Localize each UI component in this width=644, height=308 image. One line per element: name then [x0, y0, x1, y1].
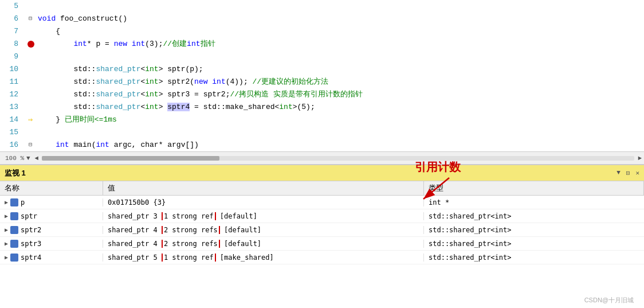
code-token: int [56, 141, 69, 149]
variable-name: sptr4 [21, 254, 41, 262]
code-token: //创建 [163, 40, 187, 48]
code-line: 13 std::shared_ptr<int> sptr4 = std::mak… [0, 101, 644, 114]
code-line: 5 [0, 0, 644, 13]
line-number: 15 [0, 126, 23, 139]
watch-cell-name: ▶◆p [0, 198, 103, 206]
col-header-value: 值 [103, 181, 424, 195]
code-token: //拷贝构造 实质是带有引用计数的指针 [230, 90, 362, 99]
ref-count-boxed: 1 strong ref [162, 212, 216, 220]
code-line: 15 [0, 126, 644, 139]
line-number: 6 [0, 13, 23, 25]
watch-rows: ▶◆p0x017150b0 {3}int *▶◆sptrshared_ptr 3… [0, 196, 644, 308]
variable-name: sptr3 [21, 240, 41, 248]
watch-cell-type: std::shared_ptr<int> [424, 254, 644, 262]
current-line-arrow: ⇒ [28, 114, 33, 126]
breakpoint-icon [28, 41, 34, 48]
code-token: shared_ptr [96, 65, 140, 73]
scroll-left-btn[interactable]: ◄ [35, 155, 39, 162]
watch-row[interactable]: ▶◆sptr4shared_ptr 5 1 strong ref [make_s… [0, 251, 644, 264]
watch-close-btn[interactable]: ✕ [635, 169, 639, 177]
watch-cell-name: ▶◆sptr [0, 212, 103, 220]
code-content: std::shared_ptr<int> sptr2(new int(4)); … [36, 76, 644, 88]
variable-icon: ◆ [10, 212, 18, 220]
scroll-right-btn[interactable]: ► [638, 155, 642, 162]
code-token: new [114, 40, 127, 48]
watermark: CSDN@十月旧城 [584, 296, 634, 305]
watch-cell-value: 0x017150b0 {3} [103, 198, 424, 206]
watch-row[interactable]: ▶◆p0x017150b0 {3}int * [0, 196, 644, 209]
ref-count-boxed: 2 strong refs [162, 240, 220, 248]
collapse-icon[interactable]: ⊟ [29, 139, 32, 151]
line-number: 10 [0, 63, 23, 76]
expand-arrow-icon[interactable]: ▶ [5, 213, 8, 219]
code-line: 9 [0, 50, 644, 63]
code-content: std::shared_ptr<int> sptr(p); [36, 63, 644, 76]
watch-cell-name: ▶◆sptr2 [0, 226, 103, 234]
watch-pin-btn[interactable]: ▼ [616, 169, 621, 177]
watch-dock-btn[interactable]: ⊡ [626, 169, 630, 177]
code-line: 14⇒ } 已用时间<=1ms [0, 114, 644, 126]
line-number: 9 [0, 50, 23, 63]
expand-arrow-icon[interactable]: ▶ [5, 227, 8, 233]
line-number: 11 [0, 76, 23, 88]
code-content: } 已用时间<=1ms [36, 114, 644, 126]
code-content: int main(int argc, char* argv[]) [36, 139, 644, 151]
col-header-name: 名称 [0, 181, 103, 195]
watch-cell-value: shared_ptr 4 2 strong refs [default] [103, 240, 424, 248]
code-line: 7 { [0, 25, 644, 38]
code-token: 已用时间<=1ms [65, 115, 117, 124]
expand-arrow-icon[interactable]: ▶ [5, 199, 8, 205]
watch-cell-value: shared_ptr 3 1 strong ref [default] [103, 212, 424, 220]
code-line: 11 std::shared_ptr<int> sptr2(new int(4)… [0, 76, 644, 88]
code-line: 12 std::shared_ptr<int> sptr3 = sptr2;//… [0, 88, 644, 101]
code-token: int [145, 77, 158, 86]
variable-icon: ◆ [10, 198, 18, 206]
expand-arrow-icon[interactable]: ▶ [5, 240, 8, 247]
zoom-dropdown-icon[interactable]: ▼ [26, 155, 30, 162]
expand-arrow-icon[interactable]: ▶ [5, 254, 8, 260]
col-header-type: 类型 [424, 181, 644, 195]
line-number: 13 [0, 101, 23, 114]
code-token: int [96, 141, 109, 149]
line-gutter: ⊟ [25, 139, 36, 151]
highlighted-token: sptr4 [167, 103, 190, 111]
watch-row[interactable]: ▶◆sptr3shared_ptr 4 2 strong refs [defau… [0, 237, 644, 251]
watch-cell-name: ▶◆sptr4 [0, 254, 103, 262]
watch-row[interactable]: ▶◆sptrshared_ptr 3 1 strong ref [default… [0, 209, 644, 223]
watch-title-controls: ▼ ⊡ ✕ [616, 169, 639, 177]
code-token: int [279, 103, 292, 111]
editor-scrollbar: 100 % ▼ ◄ ► [0, 151, 644, 164]
line-gutter [25, 41, 36, 48]
code-token: //更建议的初始化方法 [253, 77, 329, 86]
line-number: 12 [0, 88, 23, 101]
line-number: 8 [0, 38, 23, 50]
watch-cell-type: std::shared_ptr<int> [424, 212, 644, 220]
collapse-icon[interactable]: ⊟ [29, 13, 32, 25]
code-token: int [132, 40, 145, 48]
code-line: 8 int* p = new int(3);//创建int指针 [0, 38, 644, 50]
code-line: 16⊟ int main(int argc, char* argv[]) [0, 139, 644, 151]
code-content: { [36, 25, 644, 38]
watch-col-headers: 名称 值 类型 [0, 181, 644, 196]
watch-title-bar: 监视 1 ▼ ⊡ ✕ [0, 165, 644, 181]
line-number: 16 [0, 139, 23, 151]
watch-title: 监视 1 [5, 168, 26, 178]
code-content: std::shared_ptr<int> sptr4 = std::make_s… [36, 101, 644, 114]
watch-cell-value: shared_ptr 4 2 strong refs [default] [103, 226, 424, 234]
code-line: 6⊟void foo_construct() [0, 13, 644, 25]
code-token: 指针 [201, 40, 215, 48]
variable-icon: ◆ [10, 254, 18, 262]
watch-cell-type: std::shared_ptr<int> [424, 240, 644, 248]
watch-row[interactable]: ▶◆sptr2shared_ptr 4 2 strong refs [defau… [0, 223, 644, 237]
code-token: int [212, 77, 225, 86]
code-token: shared_ptr [96, 77, 140, 86]
watch-cell-type: std::shared_ptr<int> [424, 226, 644, 234]
code-token: int [145, 103, 158, 111]
code-token: int [187, 40, 200, 48]
code-content: int* p = new int(3);//创建int指针 [36, 38, 644, 50]
line-number: 7 [0, 25, 23, 38]
line-number: 14 [0, 114, 23, 126]
variable-name: sptr [21, 212, 37, 220]
code-editor: 56⊟void foo_construct()7 {8 int* p = new… [0, 0, 644, 165]
code-line: 10 std::shared_ptr<int> sptr(p); [0, 63, 644, 76]
